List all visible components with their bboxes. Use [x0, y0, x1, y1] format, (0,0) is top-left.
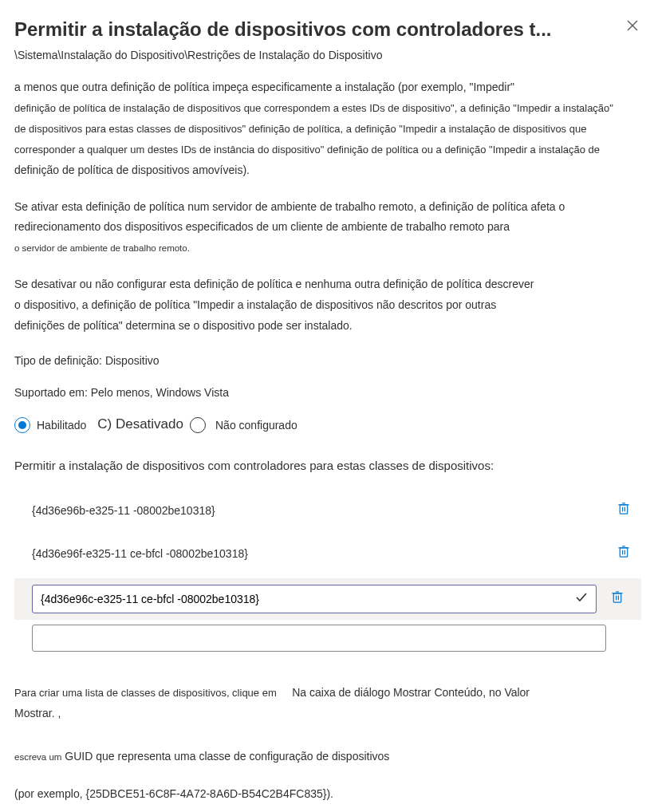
- radio-disabled[interactable]: [190, 417, 206, 433]
- help-text: Mostrar. ,: [14, 707, 61, 719]
- help-text: Na caixa de diálogo Mostrar Conteúdo, no…: [292, 686, 530, 699]
- delete-icon[interactable]: [606, 585, 628, 613]
- device-class-input[interactable]: [41, 593, 569, 605]
- breadcrumb: \Sistema\Instalação do Dispositivo\Restr…: [14, 47, 641, 63]
- help-text-example: (por exemplo, {25DBCE51-6C8F-4A72-8A6D-B…: [14, 786, 641, 802]
- desc-text: de dispositivos para estas classes de di…: [14, 123, 586, 135]
- confirm-icon[interactable]: [575, 590, 588, 607]
- help-text: GUID que representa uma classe de config…: [65, 750, 389, 763]
- desc-text: definição de política de dispositivos am…: [14, 164, 250, 176]
- list-item-value: {4d36e96b-e325-11 -08002be10318}: [32, 503, 603, 518]
- radio-notconfigured-label[interactable]: Não configurado: [215, 417, 297, 433]
- close-icon[interactable]: [624, 16, 641, 38]
- description-block-2: Se ativar esta definição de política num…: [14, 197, 641, 259]
- setting-type: Tipo de definição: Dispositivo: [14, 353, 641, 369]
- list-item: {4d36e96f-e325-11 ce-bfcl -08002be10318}: [14, 532, 641, 575]
- radio-enabled-label[interactable]: Habilitado: [37, 417, 86, 433]
- desc-text: Se desativar ou não configurar esta defi…: [14, 278, 534, 290]
- desc-text: o dispositivo, a definição de política "…: [14, 298, 496, 311]
- desc-text: Se ativar esta definição de política num…: [14, 200, 565, 213]
- delete-icon[interactable]: [613, 540, 635, 567]
- description-block-1: a menos que outra definição de política …: [14, 77, 641, 180]
- supported-on: Suportado em: Pelo menos, Windows Vista: [14, 384, 641, 400]
- page-title: Permitir a instalação de dispositivos co…: [14, 16, 552, 44]
- svg-rect-7: [620, 548, 627, 557]
- radio-enabled[interactable]: [14, 417, 30, 433]
- desc-text: definições de política" determina se o d…: [14, 319, 353, 332]
- list-item-value: {4d36e96f-e325-11 ce-bfcl -08002be10318}: [32, 546, 603, 562]
- device-class-list-title: Permitir a instalação de dispositivos co…: [14, 457, 641, 475]
- list-item-editing: [14, 578, 641, 619]
- help-text-block: Para criar uma lista de classes de dispo…: [14, 682, 641, 767]
- desc-text: o servidor de ambiente de trabalho remot…: [14, 243, 190, 253]
- help-text: escreva um: [14, 752, 61, 762]
- desc-text: definição de política de instalação de d…: [14, 102, 613, 114]
- radio-disabled-label[interactable]: C) Desativado: [97, 415, 183, 435]
- desc-text: redirecionamento dos dispositivos especi…: [14, 220, 510, 233]
- description-block-3: Se desativar ou não configurar esta defi…: [14, 274, 641, 337]
- empty-input-row[interactable]: [32, 625, 606, 652]
- state-radio-group: Habilitado C) Desativado Não configurado: [14, 415, 641, 435]
- help-text: Para criar uma lista de classes de dispo…: [14, 687, 277, 699]
- edit-input-container[interactable]: [32, 585, 597, 613]
- delete-icon[interactable]: [613, 497, 635, 524]
- svg-rect-12: [613, 593, 621, 602]
- desc-text: a menos que outra definição de política …: [14, 81, 514, 93]
- svg-rect-2: [620, 505, 627, 514]
- list-item: {4d36e96b-e325-11 -08002be10318}: [14, 489, 641, 532]
- desc-text: corresponder a qualquer um destes IDs de…: [14, 144, 600, 156]
